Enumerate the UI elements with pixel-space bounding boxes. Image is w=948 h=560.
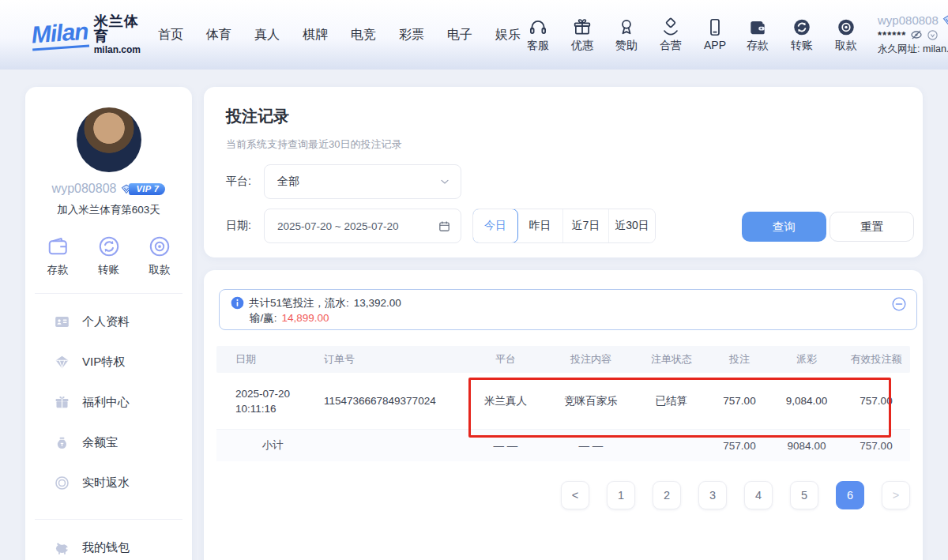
logo-domain: milan.com — [94, 45, 141, 55]
subtotal-content-dash: — — — [547, 440, 635, 452]
platform-select[interactable]: 全部 — [264, 164, 461, 199]
date-range-input[interactable]: 2025-07-20 ~ 2025-07-20 — [264, 209, 461, 243]
summary-winloss-value: 14,899.00 — [282, 310, 329, 325]
subtotal-label: 小计 — [216, 438, 310, 453]
medal-icon — [616, 17, 637, 38]
collapse-summary-button[interactable] — [891, 296, 907, 315]
pagination-page-2[interactable]: 2 — [653, 481, 681, 509]
sidebar-transfer-button[interactable]: 转账 — [97, 235, 121, 277]
money-pouch-icon — [54, 434, 70, 451]
sponsorship-button[interactable]: 赞助 — [609, 17, 644, 53]
range-yesterday-button[interactable]: 昨日 — [517, 209, 563, 242]
nav-item-lottery[interactable]: 彩票 — [399, 27, 424, 43]
pagination-page-3[interactable]: 3 — [698, 481, 727, 509]
col-header-status: 注单状态 — [635, 352, 708, 366]
app-download-button[interactable]: APP — [698, 17, 732, 53]
masked-balance: ****** — [878, 29, 906, 41]
wallet-icon — [747, 17, 768, 38]
range-30days-button[interactable]: 近30日 — [609, 209, 655, 242]
reset-button[interactable]: 重置 — [830, 212, 914, 242]
summary-winloss-label: 输/赢: — [250, 310, 277, 325]
headset-icon — [528, 17, 548, 38]
sidebar-item-vip-label: VIP特权 — [82, 355, 125, 370]
sidebar-withdraw-button[interactable]: 取款 — [148, 235, 171, 277]
sidebar-item-welfare-center[interactable]: 福利中心 — [25, 382, 192, 423]
sidebar-item-profile-label: 个人资料 — [82, 314, 130, 329]
search-button[interactable]: 查询 — [742, 212, 826, 242]
partnership-label: 合营 — [660, 39, 682, 53]
sidebar-vip-badge: VIP 7 — [121, 183, 165, 195]
cell-order-no: 1154736667849377024 — [310, 395, 465, 407]
eye-off-icon[interactable] — [910, 28, 923, 41]
nav-item-board-games[interactable]: 棋牌 — [303, 27, 328, 43]
customer-service-button[interactable]: 客服 — [521, 17, 555, 53]
gem-icon — [54, 354, 70, 370]
rebate-coin-icon — [54, 475, 70, 491]
nav-item-home[interactable]: 首页 — [158, 27, 183, 43]
sidebar-vip-level-label: VIP 7 — [129, 183, 165, 195]
col-header-bet: 投注 — [708, 352, 771, 366]
sidebar-item-profile[interactable]: 个人资料 — [25, 302, 192, 342]
sidebar-item-realtime-rebate[interactable]: 实时返水 — [25, 463, 192, 503]
calendar-icon — [438, 220, 451, 233]
sidebar-username: wyp080808 — [52, 182, 117, 196]
range-7days-button[interactable]: 近7日 — [563, 209, 609, 242]
pagination-page-6[interactable]: 6 — [836, 481, 864, 509]
range-today-button[interactable]: 今日 — [472, 209, 518, 243]
date-range-presets: 今日 昨日 近7日 近30日 — [472, 209, 656, 243]
logo-script-text: Milan — [31, 19, 89, 51]
refresh-balance-icon[interactable] — [927, 29, 939, 41]
chevron-down-icon — [438, 175, 451, 188]
sidebar-item-yuebao[interactable]: 余额宝 — [25, 423, 192, 463]
nav-item-sports[interactable]: 体育 — [206, 27, 231, 43]
nav-item-esports[interactable]: 电竞 — [351, 27, 376, 43]
partnership-button[interactable]: 合营 — [653, 17, 688, 53]
sidebar-withdraw-label: 取款 — [149, 263, 171, 277]
pagination-page-4[interactable]: 4 — [744, 481, 773, 509]
page-title: 投注记录 — [226, 106, 289, 127]
withdraw-icon — [836, 17, 856, 38]
promotions-button[interactable]: 优惠 — [565, 17, 600, 53]
cell-date: 2025-07-20 10:11:16 — [216, 386, 310, 416]
info-icon — [231, 296, 244, 310]
pagination-prev-button[interactable]: < — [561, 481, 589, 509]
table-row: 2025-07-20 10:11:16 1154736667849377024 … — [216, 373, 910, 430]
col-header-platform: 平台 — [465, 352, 547, 366]
sidebar-item-my-wallet[interactable]: 我的钱包 — [25, 528, 192, 560]
col-header-content: 投注内容 — [547, 352, 635, 366]
header-quick-links: 客服 优惠 赞助 — [521, 17, 732, 53]
sidebar-item-welfare-label: 福利中心 — [82, 395, 130, 410]
subtotal-platform-dash: — — — [465, 440, 547, 452]
gift-icon — [572, 17, 592, 38]
vip-badge: VIP 7 — [942, 14, 948, 26]
withdraw-button[interactable]: 取款 — [829, 17, 863, 53]
transfer-label: 转账 — [791, 39, 813, 53]
nav-item-entertainment[interactable]: 娱乐 — [495, 27, 521, 43]
pagination-next-button[interactable]: > — [882, 481, 910, 509]
pagination-page-1[interactable]: 1 — [607, 481, 635, 509]
sidebar-avatar[interactable] — [77, 107, 141, 172]
sidebar-menu: 个人资料 VIP特权 福利中心 — [25, 294, 192, 503]
records-card: 共计51笔投注，流水: 13,392.00 输/赢: 14,899.00 日期 … — [204, 270, 923, 560]
app-download-label: APP — [704, 39, 726, 51]
top-header: Milan 米兰体育 milan.com 首页 体育 真人 棋牌 电竞 彩票 电… — [0, 0, 948, 70]
customer-service-label: 客服 — [527, 39, 549, 53]
col-header-payout: 派彩 — [771, 352, 842, 366]
summary-flow-value: 13,392.00 — [354, 295, 401, 310]
sidebar-deposit-button[interactable]: 存款 — [46, 235, 70, 277]
subtotal-payout: 9084.00 — [771, 440, 842, 452]
date-label: 日期: — [226, 219, 264, 233]
date-range-value: 2025-07-20 ~ 2025-07-20 — [277, 220, 438, 232]
nav-item-live-casino[interactable]: 真人 — [254, 27, 280, 43]
site-logo[interactable]: Milan 米兰体育 milan.com — [32, 14, 141, 56]
transfer-icon — [792, 17, 812, 38]
pagination-page-5[interactable]: 5 — [790, 481, 818, 509]
transfer-button[interactable]: 转账 — [784, 17, 819, 53]
withdraw-label: 取款 — [835, 39, 857, 53]
deposit-button[interactable]: 存款 — [740, 17, 775, 53]
col-header-date: 日期 — [216, 352, 310, 366]
cell-date-time: 10:11:16 — [235, 403, 276, 415]
nav-item-slots[interactable]: 电子 — [447, 27, 472, 43]
summary-banner: 共计51笔投注，流水: 13,392.00 输/赢: 14,899.00 — [219, 289, 917, 330]
sidebar-item-vip-privileges[interactable]: VIP特权 — [25, 342, 192, 382]
